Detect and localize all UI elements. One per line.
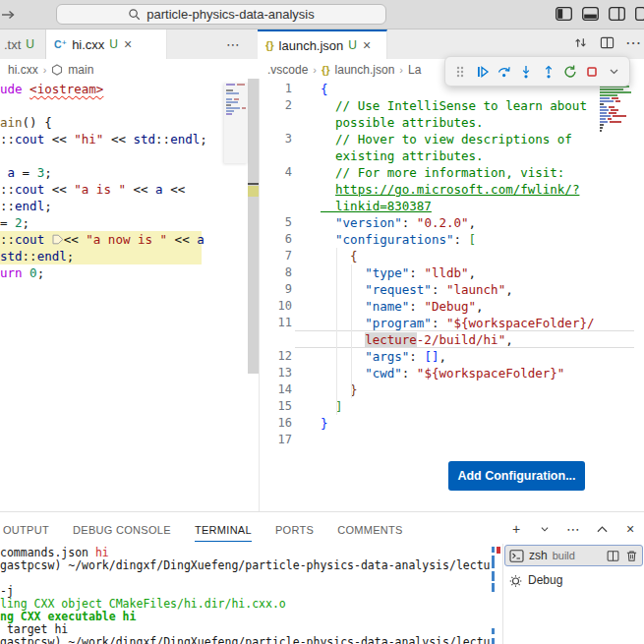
more-editor-actions-icon[interactable]: ⋯ [220,32,246,56]
code-row: 6 "configurations": [ [260,231,644,248]
terminal-command-mark[interactable] [492,571,495,581]
add-configuration-button[interactable]: Add Configuration... [448,461,585,491]
code-row: 11 "program": "${workspaceFolder}/ [260,315,644,331]
arrow-swap-icon[interactable] [571,33,589,51]
title-bar: particle-physics-data-analysis [0,0,644,29]
code-row: 15 ] [260,398,644,415]
code-line: lecture-2/build/hi", [321,331,513,348]
panel-tab-terminal[interactable]: TERMINAL [195,515,252,542]
search-icon [128,8,141,21]
breadcrumb-item[interactable]: La [408,63,421,77]
chevron-down-icon[interactable] [605,60,624,83]
json-file-icon: {} [265,39,274,51]
terminal-command-mark[interactable] [492,547,495,553]
tab-launch-json[interactable]: {} launch.json U × [258,29,387,59]
code-area: 1{2 // Use IntelliSense to learn about p… [260,79,644,448]
panel-tab-output[interactable]: OUTPUT [3,515,49,542]
code-line: ::cout << "hi" << std::endl; [0,131,248,147]
json-file-icon: {} [322,64,330,76]
terminal-command-mark[interactable] [492,556,495,568]
breadcrumb-right: .vscode › {} launch.json › La [267,60,421,79]
debug-stop-icon[interactable] [582,60,602,83]
line-number [260,181,292,198]
terminal-output[interactable]: commands.json higastpcsw) ~/work/dingxf/… [0,544,491,644]
more-actions-icon[interactable]: ⋯ [624,33,642,51]
code-line: // For more information, visit: [321,164,564,181]
debug-step-out-icon[interactable] [539,60,558,83]
code-line: https://go.microsoft.com/fwlink/? [321,181,579,198]
terminal-error-mark[interactable] [497,547,500,554]
tab-hi-cxx[interactable]: C⁺ hi.cxx U × [46,29,167,59]
line-number: 17 [260,432,292,448]
line-number: 13 [260,365,292,381]
maximize-panel-icon[interactable] [594,521,610,537]
code-row: 4 // For more information, visit: [260,164,644,181]
kill-terminal-trash-icon[interactable] [625,550,638,562]
git-status-badge: U [109,37,118,51]
toggle-secondary-sidebar-icon[interactable] [609,7,625,21]
panel-tab-ports[interactable]: PORTS [275,515,314,542]
editor-group-actions: ⋯ [571,33,642,51]
breadcrumb-item[interactable]: launch.json [335,63,395,77]
panel-tab-debug-console[interactable]: DEBUG CONSOLE [73,515,171,542]
toggle-panel-icon[interactable] [582,7,599,21]
code-line: "program": "${workspaceFolder}/ [321,315,594,331]
terminal-list-item-zsh[interactable]: zsh build [504,545,643,566]
breadcrumb-item[interactable]: .vscode [267,63,308,77]
line-number: 16 [260,415,292,432]
split-terminal-icon[interactable] [607,550,619,562]
line-number: 7 [260,248,292,264]
terminal-profile-chevron-icon[interactable] [537,521,553,537]
minimap-left[interactable] [224,83,248,163]
workspace-title: particle-physics-data-analysis [146,7,315,22]
code-row: 2 // Use IntelliSense to learn about [260,97,644,114]
line-number [260,198,292,214]
tab-label: launch.json [279,38,344,53]
panel-more-actions-icon[interactable]: ⋯ [565,521,581,537]
customize-layout-icon[interactable] [635,7,644,21]
close-tab-icon[interactable]: × [123,37,133,51]
editor-hi-cxx[interactable]: ude <iostream>ain() {::cout << "hi" << s… [0,79,248,511]
panel-sash[interactable] [502,544,503,644]
code-row: existing attributes. [260,147,644,164]
debug-step-into-icon[interactable] [516,60,536,83]
command-center[interactable]: particle-physics-data-analysis [56,4,386,25]
debug-restart-icon[interactable] [560,60,580,83]
terminal-command-mark[interactable] [492,638,495,644]
editor-scrollbar[interactable] [248,79,259,374]
code-line: a = 3; [0,164,248,181]
debug-column-marker-icon [52,232,64,247]
code-line: = 2; [0,214,248,231]
split-editor-icon[interactable] [598,33,615,51]
debug-toolbar [444,56,630,87]
drag-grip-icon[interactable] [450,60,470,83]
code-line: possible attributes. [321,114,484,131]
breadcrumb-item[interactable]: hi.cxx [8,63,38,77]
forward-arrow-icon[interactable] [1,7,17,23]
terminal-task-detail: build [553,550,575,561]
minimap-right[interactable] [597,82,642,148]
debug-step-over-icon[interactable] [495,60,514,83]
close-tab-icon[interactable]: × [362,38,372,52]
code-line: ::cout << "a is " << a << [0,181,248,198]
new-terminal-icon[interactable]: + [508,521,524,537]
terminal-command-mark[interactable] [492,583,495,592]
panel-tab-comments[interactable]: COMMENTS [337,515,403,542]
breadcrumb-item[interactable]: main [68,63,93,77]
tab-txt-file[interactable]: .txt U [0,29,46,59]
code-line: urn 0; [0,264,248,281]
breadcrumb-separator: › [43,64,47,76]
close-panel-icon[interactable]: × [622,521,638,537]
toggle-primary-sidebar-icon[interactable] [556,7,572,21]
code-row: 5 "version": "0.2.0", [260,214,644,231]
code-line: "type": "lldb", [321,264,476,281]
debug-continue-icon[interactable] [472,60,492,83]
terminal-command-mark[interactable] [492,628,495,634]
code-line: std::endl; [0,248,248,264]
terminal-list-item-debug[interactable]: Debug [504,569,643,591]
editor-launch-json[interactable]: 1{2 // Use IntelliSense to learn about p… [260,79,644,511]
indent-guide [351,264,352,398]
code-row: 8 "type": "lldb", [260,264,644,281]
line-number [260,114,292,131]
git-status-badge: U [348,38,357,52]
